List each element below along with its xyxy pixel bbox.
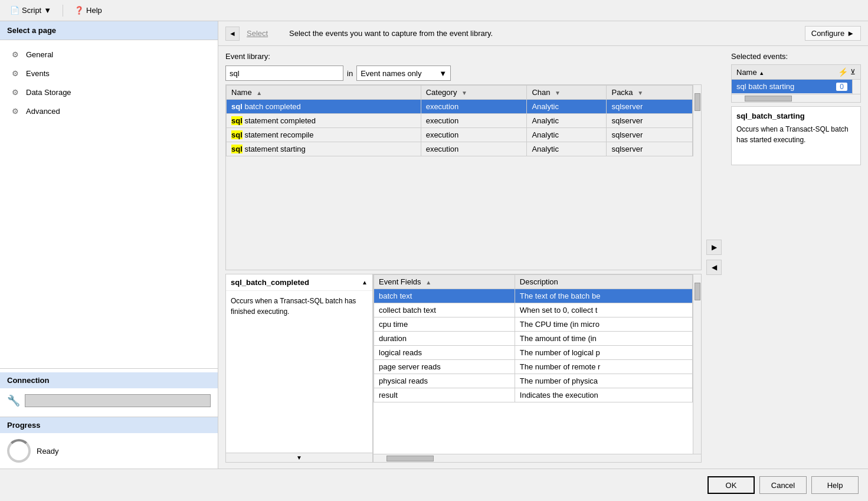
selected-events-vscrollbar[interactable] <box>852 80 860 94</box>
event-library-title: Event library: <box>225 52 702 61</box>
sidebar-item-general[interactable]: ⚙ General <box>0 45 218 64</box>
sidebar-item-events[interactable]: ⚙ Events <box>0 64 218 83</box>
event-name-cell: sql batch completed <box>227 100 421 114</box>
sidebar-header: Select a page <box>0 21 218 40</box>
event-channel-cell: Analytic <box>527 100 607 114</box>
search-row: in Event names only ▼ <box>225 66 702 81</box>
remove-event-button[interactable]: ◀ <box>706 260 722 275</box>
search-input[interactable] <box>225 66 343 81</box>
col-channel[interactable]: Chan ▼ <box>527 86 607 100</box>
sidebar-item-label: Data Storage <box>26 88 71 97</box>
data-storage-icon: ⚙ <box>9 86 21 98</box>
fields-vscrollbar[interactable] <box>693 274 701 454</box>
sel-scroll-wrapper: sql batch starting 0 <box>732 80 860 94</box>
select-page-label: Select a page <box>7 26 56 35</box>
selected-events-hscrollbar[interactable] <box>732 94 860 102</box>
filter-dropdown[interactable]: Event names only ▼ <box>356 66 451 81</box>
field-desc-cell: The number of logical p <box>515 346 692 360</box>
package-sort-icon: ▼ <box>637 90 643 96</box>
fields-table-container: Event Fields ▲ Description batch text T <box>374 274 701 454</box>
col-category[interactable]: Category ▼ <box>421 86 527 100</box>
advanced-icon: ⚙ <box>9 105 21 117</box>
event-table-scroll[interactable]: Name ▲ Category ▼ Chan ▼ Packa ▼ <box>226 85 693 156</box>
fields-sort-icon: ▲ <box>425 279 431 286</box>
connection-icon: 🔧 <box>7 394 20 407</box>
chevron-down-icon: ▼ <box>439 69 447 78</box>
event-package-cell: sqlserver <box>607 128 693 142</box>
configure-arrow-icon: ► <box>847 29 854 38</box>
script-label: Script <box>22 6 41 15</box>
select-action-label: Select <box>247 29 282 38</box>
field-name-cell: logical reads <box>374 346 515 360</box>
table-row[interactable]: logical reads The number of logical p <box>374 346 693 360</box>
table-row[interactable]: duration The amount of time (in <box>374 332 693 346</box>
progress-spinner <box>7 439 31 463</box>
table-row[interactable]: result Indicates the execution <box>374 388 693 402</box>
action-bar: ◄ Select Select the events you want to c… <box>218 21 868 46</box>
field-name-cell: cpu time <box>374 317 515 332</box>
sidebar-nav: ⚙ General ⚙ Events ⚙ Data Storage ⚙ Adva… <box>0 40 218 368</box>
sidebar-item-label: Advanced <box>26 107 60 116</box>
table-row[interactable]: batch text The text of the batch be <box>374 289 693 303</box>
event-category-cell: execution <box>421 128 527 142</box>
table-row[interactable]: sql statement completed execution Analyt… <box>227 114 693 128</box>
fields-hscrollbar[interactable] <box>374 454 701 462</box>
selected-event-count: 0 <box>836 83 847 91</box>
help-button[interactable]: ❓ Help <box>70 4 106 17</box>
event-detail-header: sql_batch_completed ▲ <box>226 274 372 291</box>
script-button[interactable]: 📄 Script ▼ <box>6 4 55 17</box>
sidebar-item-data-storage[interactable]: ⚙ Data Storage <box>0 83 218 101</box>
table-row[interactable]: page server reads The number of remote r <box>374 360 693 374</box>
fields-table-scroll[interactable]: Event Fields ▲ Description batch text T <box>374 274 693 454</box>
help-dialog-button[interactable]: Help <box>811 476 859 494</box>
selected-filter-icon[interactable]: ⊻ <box>850 68 856 76</box>
col-name[interactable]: Name ▲ <box>227 86 421 100</box>
search-highlight: sql <box>231 145 243 153</box>
name-sort-icon: ▲ <box>256 90 262 96</box>
table-row[interactable]: collect batch text When set to 0, collec… <box>374 303 693 317</box>
toolbar: 📄 Script ▼ ❓ Help <box>0 0 868 21</box>
field-desc-cell: The text of the batch be <box>515 289 692 303</box>
field-desc-cell: The number of remote r <box>515 360 692 374</box>
table-row[interactable]: sql batch completed execution Analytic s… <box>227 100 693 114</box>
field-name-cell: page server reads <box>374 360 515 374</box>
sidebar-item-advanced[interactable]: ⚙ Advanced <box>0 101 218 120</box>
selected-name-col[interactable]: Name ▲ <box>736 68 836 77</box>
bottom-bar: OK Cancel Help <box>0 469 868 501</box>
cancel-button[interactable]: Cancel <box>759 476 807 494</box>
event-table-vscrollbar[interactable] <box>693 85 701 156</box>
selected-events-header: Selected events: <box>731 52 861 61</box>
selected-lightning-icon[interactable]: ⚡ <box>838 67 848 77</box>
col-package[interactable]: Packa ▼ <box>607 86 693 100</box>
back-arrow-button[interactable]: ◄ <box>225 27 240 41</box>
event-channel-cell: Analytic <box>527 128 607 142</box>
col-description[interactable]: Description <box>515 275 692 289</box>
event-library-panel: Event library: in Event names only ▼ <box>225 52 702 463</box>
table-row[interactable]: cpu time The CPU time (in micro <box>374 317 693 332</box>
sel-table-inner[interactable]: sql batch starting 0 <box>732 80 852 94</box>
table-row[interactable]: physical reads The number of physica <box>374 374 693 388</box>
selected-event-detail-name: sql_batch_starting <box>736 112 856 120</box>
event-detail-scroll-down[interactable]: ▼ <box>226 453 372 462</box>
configure-button[interactable]: Configure ► <box>805 26 861 41</box>
main-content: Select a page ⚙ General ⚙ Events ⚙ Data … <box>0 21 868 469</box>
col-event-fields[interactable]: Event Fields ▲ <box>374 275 515 289</box>
ok-button[interactable]: OK <box>707 476 755 494</box>
script-icon: 📄 <box>10 6 19 15</box>
table-row[interactable]: sql statement recompile execution Analyt… <box>227 128 693 142</box>
connection-bar <box>25 394 211 407</box>
ready-label: Ready <box>37 447 59 456</box>
selected-event-row[interactable]: sql batch starting 0 <box>732 80 852 94</box>
add-event-button[interactable]: ▶ <box>706 240 722 255</box>
event-detail-scroll[interactable]: Occurs when a Transact-SQL batch has fin… <box>226 291 372 453</box>
search-highlight: sql <box>231 130 243 139</box>
fields-panel: Event Fields ▲ Description batch text T <box>373 274 702 463</box>
event-detail-scroll-up[interactable]: ▲ <box>362 279 368 286</box>
event-package-cell: sqlserver <box>607 100 693 114</box>
sidebar-item-label: Events <box>26 69 50 78</box>
table-row[interactable]: sql statement starting execution Analyti… <box>227 142 693 156</box>
main-dialog: 📄 Script ▼ ❓ Help Select a page ⚙ Genera… <box>0 0 868 501</box>
field-name-cell: result <box>374 388 515 402</box>
toolbar-divider <box>63 5 63 17</box>
selected-event-detail-description: Occurs when a Transact-SQL batch has sta… <box>736 124 856 145</box>
